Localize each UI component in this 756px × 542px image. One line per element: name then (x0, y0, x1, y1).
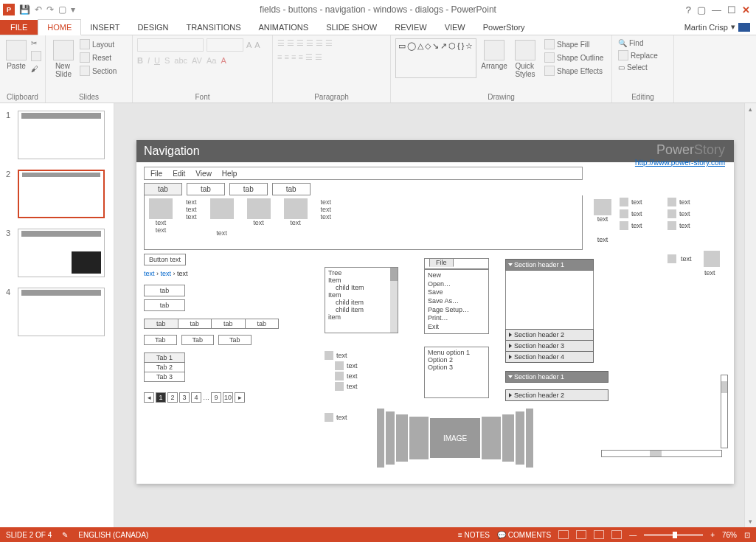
editor-scrollbar[interactable]: ▴▾ (744, 103, 756, 527)
wireframe-tab[interactable]: tab (229, 183, 268, 195)
save-icon[interactable]: 💾 (19, 4, 30, 15)
zoom-in-button[interactable]: + (710, 531, 715, 539)
pager-prev[interactable]: ◂ (144, 392, 154, 403)
select-button[interactable]: ▭Select (617, 63, 669, 72)
wireframe-tree[interactable]: Tree Item child Item Item child item chi… (325, 267, 398, 333)
powerstory-tab[interactable]: PowerStory (474, 20, 534, 35)
format-painter-button[interactable]: 🖌 (30, 64, 43, 74)
clipboard-group-label: Clipboard (4, 91, 41, 101)
quick-styles-button[interactable]: Quick Styles (512, 38, 538, 80)
menu-help[interactable]: Help (222, 170, 237, 178)
wireframe-vertical-scrollbar[interactable] (721, 375, 728, 448)
copy-button[interactable] (30, 50, 43, 62)
main-area: 1 2 3 4 ▴▾ Navigation PowerStory http://… (0, 103, 756, 527)
undo-icon[interactable]: ↶ (35, 4, 42, 15)
find-icon: 🔍 (618, 39, 627, 47)
pager-page[interactable]: 2 (167, 392, 178, 403)
accordion-header[interactable]: Section header 4 (505, 351, 594, 363)
slide-editor[interactable]: ▴▾ Navigation PowerStory http://www.powe… (114, 103, 756, 527)
zoom-level[interactable]: 76% (722, 531, 737, 539)
transitions-tab[interactable]: TRANSITIONS (178, 20, 250, 35)
maximize-icon[interactable]: ☐ (727, 4, 736, 15)
ribbon-options-icon[interactable]: ▢ (697, 4, 706, 15)
menu-item[interactable]: Exit (428, 323, 485, 332)
slide-thumbnail-2[interactable] (18, 170, 105, 218)
spell-check-icon[interactable]: ✎ (62, 531, 68, 539)
section-button[interactable]: Section (78, 65, 118, 77)
insert-tab[interactable]: INSERT (81, 20, 128, 35)
slideshow-view-button[interactable] (611, 530, 622, 539)
wireframe-button[interactable]: Button text (144, 254, 186, 265)
wireframe-dropdown[interactable]: Menu option 1 Option 2 Option 3 (424, 347, 489, 398)
reset-button[interactable]: Reset (78, 52, 118, 63)
wireframe-tab[interactable]: tab (272, 183, 311, 195)
design-tab[interactable]: DESIGN (128, 20, 177, 35)
minimize-icon[interactable]: — (712, 4, 721, 15)
wireframe-tab[interactable]: tab (144, 183, 182, 195)
user-account[interactable]: Martin Crisp▾ (679, 19, 756, 35)
file-tab[interactable]: FILE (0, 20, 38, 35)
shape-fill-button[interactable]: Shape Fill (543, 38, 605, 50)
new-slide-button[interactable]: New Slide (50, 38, 77, 80)
file-tab-label[interactable]: File (429, 258, 454, 267)
menu-file[interactable]: File (150, 170, 162, 178)
accordion-header[interactable]: Section header 3 (505, 340, 594, 352)
wireframe-horizontal-scrollbar[interactable] (601, 450, 722, 457)
pager-page[interactable]: 4 (191, 392, 201, 403)
menu-item[interactable]: Open… (428, 280, 485, 289)
slide-thumbnail-1[interactable] (18, 111, 105, 159)
shapes-gallery[interactable]: ▭◯△◇↘↗⬡{}☆ (395, 38, 476, 78)
wireframe-tab[interactable]: tab (187, 183, 225, 195)
accordion-header[interactable]: Section header 2 (505, 329, 594, 341)
replace-button[interactable]: Replace (617, 49, 669, 61)
menu-item[interactable]: Page Setup… (428, 306, 485, 315)
start-slideshow-icon[interactable]: ▢ (58, 4, 66, 15)
accordion-header[interactable]: Section header 1 (505, 259, 594, 271)
notes-button[interactable]: ≡ NOTES (458, 531, 490, 539)
view-tab[interactable]: VIEW (436, 20, 474, 35)
arrange-button[interactable]: Arrange (481, 38, 507, 80)
shape-outline-button[interactable]: Shape Outline (543, 52, 605, 63)
pager-page[interactable]: 9 (211, 392, 221, 403)
pager-page[interactable]: 1 (156, 392, 166, 403)
menu-item[interactable]: Print… (428, 314, 485, 323)
menu-item[interactable]: Save (428, 288, 485, 297)
comments-button[interactable]: 💬 COMMENTS (497, 531, 551, 539)
wireframe-checklist: text text text text text (325, 351, 358, 423)
slide-thumbnail-4[interactable] (18, 288, 105, 336)
review-tab[interactable]: REVIEW (386, 20, 435, 35)
redo-icon[interactable]: ↷ (46, 4, 54, 15)
accordion-header[interactable]: Section header 1 (505, 371, 608, 383)
cut-button[interactable]: ✂ (30, 38, 43, 48)
powerstory-link[interactable]: http://www.power-story.com (635, 159, 725, 167)
layout-button[interactable]: Layout (78, 38, 118, 50)
accordion-header[interactable]: Section header 2 (505, 389, 608, 401)
find-button[interactable]: 🔍Find (617, 38, 669, 48)
zoom-out-button[interactable]: — (629, 531, 637, 539)
menu-view[interactable]: View (195, 170, 212, 178)
paste-button[interactable]: Paste (4, 38, 28, 74)
menu-item[interactable]: New (428, 271, 485, 280)
language-indicator[interactable]: ENGLISH (CANADA) (78, 531, 148, 539)
qat-dropdown-icon[interactable]: ▾ (71, 4, 75, 15)
shape-effects-button[interactable]: Shape Effects (543, 65, 605, 77)
animations-tab[interactable]: ANIMATIONS (250, 20, 318, 35)
slide-canvas[interactable]: Navigation PowerStory http://www.power-s… (136, 140, 734, 484)
wireframe-tabstrip: tab tab tab tab (144, 183, 734, 195)
reading-view-button[interactable] (594, 530, 604, 539)
pager-page[interactable]: 10 (223, 392, 233, 403)
carousel-image[interactable]: IMAGE (430, 418, 480, 458)
pager-page[interactable]: 3 (179, 392, 190, 403)
close-icon[interactable]: ✕ (742, 4, 750, 15)
menu-item[interactable]: Save As… (428, 297, 485, 306)
help-icon[interactable]: ? (686, 4, 691, 15)
pager-next[interactable]: ▸ (235, 392, 245, 403)
slide-thumbnail-3[interactable] (18, 229, 105, 277)
home-tab[interactable]: HOME (38, 19, 81, 35)
normal-view-button[interactable] (558, 530, 569, 539)
fit-to-window-button[interactable]: ⊡ (744, 531, 750, 539)
zoom-slider[interactable] (644, 534, 703, 536)
menu-edit[interactable]: Edit (173, 170, 185, 178)
slideshow-tab[interactable]: SLIDE SHOW (317, 20, 386, 35)
sorter-view-button[interactable] (576, 530, 586, 539)
